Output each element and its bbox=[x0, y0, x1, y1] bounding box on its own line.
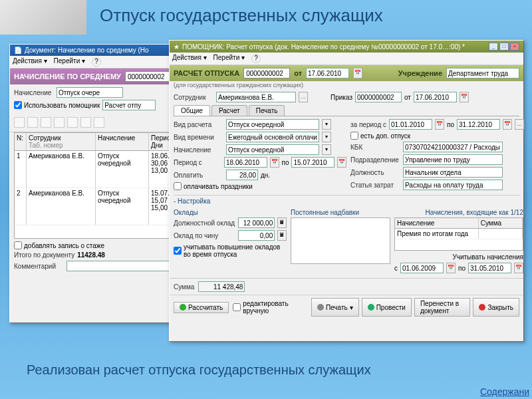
kbk-input[interactable] bbox=[403, 142, 503, 152]
dropdown-icon[interactable]: ▾ bbox=[322, 144, 331, 155]
tab-calc[interactable]: Расчет bbox=[211, 105, 247, 116]
menu-actions[interactable]: Действия ▾ bbox=[13, 57, 47, 66]
period-po[interactable] bbox=[291, 157, 334, 168]
helper-date[interactable] bbox=[306, 68, 349, 78]
calc-button[interactable]: Рассчитать bbox=[174, 302, 229, 313]
dn-label: дн. bbox=[261, 172, 270, 179]
holidays-checkbox[interactable] bbox=[174, 182, 182, 190]
period-s[interactable] bbox=[224, 157, 267, 168]
statya-input[interactable] bbox=[403, 180, 503, 190]
pay-days[interactable] bbox=[226, 170, 258, 180]
calc-icon[interactable]: 🖩 bbox=[277, 230, 287, 241]
nach-input[interactable] bbox=[226, 144, 319, 155]
tab-general[interactable]: Общие bbox=[174, 105, 210, 116]
period-s-label: Период с bbox=[174, 159, 221, 166]
date-picker-icon[interactable]: 📅 bbox=[353, 68, 362, 78]
dolzh-input[interactable] bbox=[403, 167, 503, 178]
helper-menubar: Действия ▾ Перейти ▾ ? bbox=[170, 53, 523, 65]
uchet-s[interactable] bbox=[400, 263, 444, 273]
help-icon[interactable]: ? bbox=[92, 57, 101, 66]
emp-pick-icon[interactable]: … bbox=[299, 92, 308, 102]
za-s[interactable] bbox=[389, 119, 432, 130]
date-picker-icon[interactable]: 📅 bbox=[337, 157, 346, 168]
use-helper-label: Использовать помощник bbox=[24, 102, 100, 109]
toolbar-icon[interactable] bbox=[54, 117, 65, 128]
dop-checkbox[interactable] bbox=[350, 132, 358, 140]
use-helper-checkbox[interactable] bbox=[14, 101, 22, 109]
nach-label: Начисление bbox=[174, 146, 223, 154]
left-menubar: Действия ▾ Перейти ▾ ? bbox=[10, 56, 195, 68]
time-type-input[interactable] bbox=[226, 132, 319, 142]
grid-row[interactable]: 2 Американова Е.В. Отпуск очередной 15.0… bbox=[15, 188, 190, 225]
uchr-label: Учреждение bbox=[398, 69, 442, 77]
head-title: НАЧИСЛЕНИЕ ПО СРЕДНЕМУ bbox=[14, 72, 121, 80]
grid-row[interactable]: Премия по итогам года bbox=[395, 229, 523, 239]
close-button[interactable]: × bbox=[510, 43, 519, 51]
help-icon[interactable]: ? bbox=[251, 54, 261, 63]
uchet-po[interactable] bbox=[468, 263, 511, 273]
toolbar-icon[interactable] bbox=[94, 117, 104, 128]
helper-type-input[interactable] bbox=[102, 100, 156, 110]
nach12-head: Начисления, входящие как 1/12 bbox=[394, 209, 523, 216]
pay-label: Оплатить bbox=[174, 172, 223, 179]
nachislenie-input[interactable] bbox=[57, 87, 123, 98]
edit-manual-checkbox[interactable] bbox=[233, 303, 241, 311]
post-button[interactable]: Провести bbox=[362, 298, 412, 317]
raise-checkbox[interactable] bbox=[174, 247, 182, 255]
emp-input[interactable] bbox=[216, 92, 296, 102]
date-picker-icon[interactable]: 📅 bbox=[270, 157, 279, 168]
tab-print[interactable]: Печать bbox=[249, 105, 285, 116]
dolzh-label: Должность bbox=[350, 169, 400, 176]
toolbar-icon[interactable] bbox=[67, 117, 78, 128]
nadbavki-grid[interactable] bbox=[291, 217, 390, 264]
tabs: Общие Расчет Печать bbox=[174, 105, 519, 116]
transfer-button[interactable]: Перенести в документ bbox=[414, 298, 471, 317]
toolbar-icon[interactable] bbox=[41, 117, 51, 128]
order-date[interactable] bbox=[414, 92, 457, 102]
maximize-button[interactable]: □ bbox=[499, 43, 509, 51]
helper-num-input[interactable] bbox=[243, 68, 290, 78]
toolbar-icon[interactable] bbox=[27, 117, 38, 128]
chin-input[interactable] bbox=[238, 230, 275, 241]
order-num[interactable] bbox=[355, 92, 402, 102]
contents-link[interactable]: Содержани bbox=[480, 386, 529, 397]
raise-label: учитывать повышение окладов во время отп… bbox=[184, 243, 287, 258]
g3-h2: Сумма bbox=[479, 218, 523, 228]
calc-type-label: Вид расчета bbox=[174, 121, 223, 128]
helper-titlebar: ★ ПОМОЩНИК: Расчет отпуска (док. Начисле… bbox=[170, 41, 523, 53]
toolbar-icon[interactable] bbox=[80, 117, 91, 128]
calc-icon[interactable]: 🖩 bbox=[277, 217, 287, 228]
print-button[interactable]: Печать ▾ bbox=[311, 298, 359, 317]
date-picker-icon[interactable]: 📅 bbox=[435, 119, 444, 130]
menu-actions[interactable]: Действия ▾ bbox=[172, 54, 207, 63]
za-po[interactable] bbox=[457, 119, 500, 130]
sum-value bbox=[198, 281, 245, 292]
kbk-label: КБК bbox=[350, 144, 400, 151]
footer-text: Реализован расчет отпуска государственны… bbox=[27, 362, 371, 378]
dropdown-icon[interactable]: ▾ bbox=[322, 119, 331, 130]
minimize-button[interactable]: _ bbox=[489, 43, 498, 51]
toolbar-icon[interactable] bbox=[14, 117, 25, 128]
stazh-checkbox[interactable] bbox=[14, 241, 22, 249]
oklad-input[interactable] bbox=[238, 217, 275, 228]
comment-input[interactable] bbox=[66, 261, 173, 271]
dropdown-icon[interactable]: ▾ bbox=[322, 132, 331, 142]
more-icon[interactable]: … bbox=[515, 119, 524, 130]
head-sub: (для государственных гражданских служащи… bbox=[170, 81, 523, 89]
calc-type-input[interactable] bbox=[226, 119, 319, 130]
menu-go[interactable]: Перейти ▾ bbox=[213, 54, 245, 63]
podr-input[interactable] bbox=[403, 154, 503, 165]
stazh-label: добавлять запись о стаже bbox=[24, 242, 104, 249]
po-label: по bbox=[282, 159, 289, 166]
date-picker-icon[interactable]: 📅 bbox=[503, 119, 512, 130]
holidays-label: оплачивать праздники bbox=[184, 183, 253, 190]
date-picker-icon[interactable]: 📅 bbox=[460, 92, 469, 102]
uchr-input[interactable] bbox=[446, 68, 519, 78]
menu-go[interactable]: Перейти ▾ bbox=[54, 57, 85, 66]
date-picker-icon[interactable]: 📅 bbox=[514, 263, 523, 273]
close-button[interactable]: Закрыть bbox=[473, 298, 519, 317]
grid-row[interactable]: 1 Американова Е.В. Отпуск очередной 18.0… bbox=[15, 151, 190, 188]
sum-label: Сумма bbox=[174, 283, 194, 291]
date-picker-icon[interactable]: 📅 bbox=[446, 263, 456, 273]
za-period-label: за период с bbox=[350, 121, 386, 128]
